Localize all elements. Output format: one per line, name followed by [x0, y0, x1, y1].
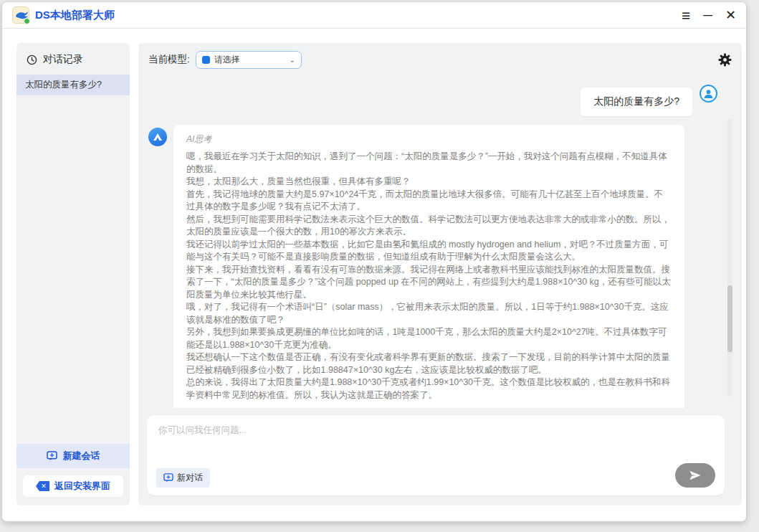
new-chat-label: 新对话 — [177, 472, 203, 484]
ai-message-bubble: AI思考 嗯，我最近在学习关于太阳的知识，遇到了一个问题：“太阳的质量是多少？”… — [173, 125, 684, 408]
model-selected-value: 请选择 — [214, 54, 285, 66]
minimize-icon[interactable]: ─ — [703, 9, 712, 22]
model-bar: 当前模型: 请选择 ⌄ — [138, 43, 742, 76]
clock-icon — [27, 54, 37, 65]
chat-bubble-icon — [163, 473, 173, 483]
window-controls: ≡ ─ ✕ — [682, 8, 736, 23]
send-button[interactable] — [675, 463, 715, 488]
chat-plus-icon — [47, 451, 57, 461]
app-window: DS本地部署大师 ≡ ─ ✕ 对话记录 太阳的质量有多少? — [1, 1, 747, 522]
back-install-button[interactable]: ✕ 返回安装界面 — [23, 475, 123, 497]
message-input[interactable] — [147, 415, 725, 457]
thinking-paragraph: 接下来，我开始查找资料，看看有没有可靠的数据来源。我记得在网络上或者教科书里应该… — [186, 264, 672, 302]
thinking-paragraph: 哦，对了，我记得有一个术语叫“日”（solar mass），它被用来表示太阳的质… — [186, 301, 672, 326]
chat-scrollbar[interactable] — [727, 119, 732, 396]
sidebar: 对话记录 太阳的质量有多少? 新建会话 ✕ 返回安装界面 — [16, 43, 130, 505]
back-exit-icon: ✕ — [36, 481, 49, 491]
new-session-button[interactable]: 新建会话 — [16, 444, 130, 468]
user-message-row: 太阳的质量有多少? — [148, 85, 732, 116]
settings-gear-icon[interactable] — [718, 53, 732, 67]
thinking-paragraph: 我还记得以前学过太阳的一些基本数据，比如它是由氢和氦组成的 mostly hyd… — [186, 239, 672, 264]
back-install-label: 返回安装界面 — [54, 480, 110, 493]
history-item[interactable]: 太阳的质量有多少? — [16, 75, 130, 95]
close-icon[interactable]: ✕ — [725, 9, 736, 22]
chevron-down-icon: ⌄ — [289, 56, 295, 64]
thinking-paragraph: 我想，太阳那么大，质量当然也很重，但具体有多重呢？ — [186, 176, 672, 189]
thinking-paragraph: 总的来说，我得出了太阳质量大约是1.988×10^30千克或者约1.99×10^… — [186, 376, 672, 402]
send-icon — [688, 470, 702, 481]
history-header: 对话记录 — [16, 43, 130, 75]
thinking-paragraph: 另外，我想到如果要换成更易懂的单位比如吨的话，1吨是1000千克，那么太阳的质量… — [186, 326, 672, 351]
titlebar: DS本地部署大师 ≡ ─ ✕ — [2, 2, 746, 29]
ai-think-label: AI思考 — [186, 133, 672, 146]
menu-icon[interactable]: ≡ — [682, 8, 690, 23]
thinking-paragraph: 首先，我记得地球的质量大约是5.97×10^24千克，而太阳的质量比地球大很多倍… — [186, 189, 672, 214]
history-header-label: 对话记录 — [43, 53, 83, 66]
composer-toolbar: 新对话 — [156, 463, 715, 488]
messages-area: 太阳的质量有多少? AI思考 — [138, 76, 742, 408]
new-chat-button[interactable]: 新对话 — [156, 468, 210, 488]
app-logo-whale-icon — [12, 6, 29, 24]
model-status-icon — [202, 56, 210, 64]
thinking-paragraph: 嗯，我最近在学习关于太阳的知识，遇到了一个问题：“太阳的质量是多少？”一开始，我… — [186, 151, 672, 176]
thinking-paragraph: 然后，我想到可能需要用科学记数法来表示这个巨大的数值。科学记数法可以更方便地表达… — [186, 214, 672, 239]
ai-avatar-icon — [148, 128, 167, 146]
user-message-bubble: 太阳的质量有多少? — [581, 87, 692, 116]
chat-panel: 当前模型: 请选择 ⌄ — [138, 43, 742, 505]
new-session-label: 新建会话 — [63, 450, 100, 462]
ai-message-row: AI思考 嗯，我最近在学习关于太阳的知识，遇到了一个问题：“太阳的质量是多少？”… — [148, 125, 732, 408]
app-logo-badge — [24, 18, 30, 24]
model-label: 当前模型: — [148, 53, 190, 66]
composer: 新对话 — [147, 415, 725, 495]
chat-scrollbar-thumb[interactable] — [727, 285, 732, 352]
main-content: 对话记录 太阳的质量有多少? 新建会话 ✕ 返回安装界面 当前模型: — [2, 29, 746, 521]
sidebar-spacer — [16, 95, 130, 444]
user-avatar-icon — [700, 85, 717, 103]
app-title: DS本地部署大师 — [35, 9, 115, 22]
ai-thinking-text: 嗯，我最近在学习关于太阳的知识，遇到了一个问题：“太阳的质量是多少？”一开始，我… — [186, 151, 672, 402]
thinking-paragraph: 我还想确认一下这个数值是否正确，有没有变化或者科学界有更新的数据。搜索了一下发现… — [186, 351, 672, 376]
model-select-dropdown[interactable]: 请选择 ⌄ — [196, 51, 302, 69]
history-list: 太阳的质量有多少? — [16, 75, 130, 95]
